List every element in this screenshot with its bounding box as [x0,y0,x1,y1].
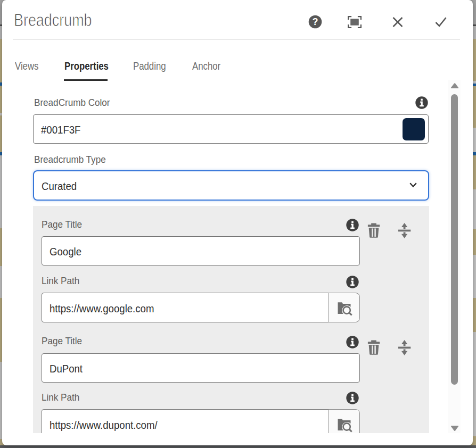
svg-text:?: ? [313,16,318,27]
